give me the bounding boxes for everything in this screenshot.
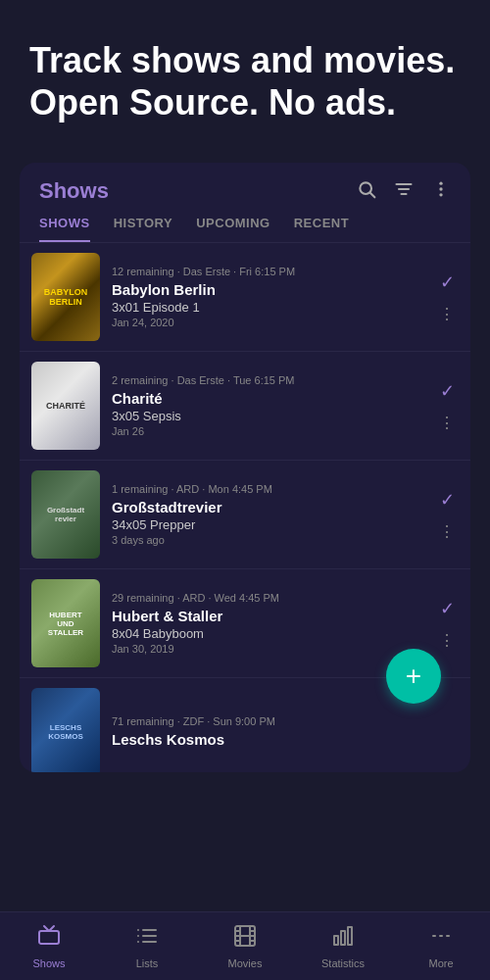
svg-rect-19 (432, 935, 436, 937)
hero-section: Track shows and movies. Open Source. No … (0, 0, 490, 153)
svg-rect-18 (348, 927, 352, 945)
show-actions: ✓ ⋮ (439, 598, 455, 650)
show-info: 29 remaining · ARD · Wed 4:45 PM Hubert … (112, 592, 431, 655)
show-name: Charité (112, 390, 431, 407)
filter-icon[interactable] (394, 179, 414, 204)
tab-recent[interactable]: RECENT (294, 216, 349, 242)
show-more-icon[interactable]: ⋮ (439, 414, 455, 432)
more-nav-icon (429, 924, 453, 954)
svg-point-5 (439, 181, 442, 184)
show-name: Babylon Berlin (112, 281, 431, 298)
tab-history[interactable]: HISTORY (114, 216, 173, 242)
list-item[interactable]: CHARITÉ 2 remaining · Das Erste · Tue 6:… (20, 352, 470, 461)
check-icon[interactable]: ✓ (440, 380, 455, 402)
show-poster: CHARITÉ (31, 362, 100, 450)
nav-item-shows[interactable]: Shows (0, 924, 98, 969)
nav-item-lists[interactable]: Lists (98, 924, 196, 969)
statistics-icon (331, 924, 355, 954)
show-more-icon[interactable]: ⋮ (439, 522, 455, 541)
svg-rect-21 (446, 935, 450, 937)
svg-point-7 (439, 193, 442, 196)
check-icon[interactable]: ✓ (440, 489, 455, 511)
check-icon[interactable]: ✓ (440, 271, 455, 293)
svg-point-6 (439, 187, 442, 190)
show-date: 3 days ago (112, 534, 431, 546)
tv-icon (37, 924, 61, 954)
nav-label-lists: Lists (136, 957, 159, 969)
list-item[interactable]: BABYLONBERLIN 12 remaining · Das Erste ·… (20, 243, 470, 352)
hero-title: Track shows and movies. Open Source. No … (29, 39, 461, 123)
show-date: Jan 26 (112, 425, 431, 437)
show-more-icon[interactable]: ⋮ (439, 631, 455, 650)
header-icons (357, 179, 451, 204)
show-info: 1 remaining · ARD · Mon 4:45 PM Großstad… (112, 483, 431, 546)
nav-label-more: More (428, 957, 453, 969)
show-meta: 71 remaining · ZDF · Sun 9:00 PM (112, 715, 447, 727)
svg-rect-8 (39, 931, 59, 944)
nav-item-movies[interactable]: Movies (196, 924, 294, 969)
show-episode: 3x05 Sepsis (112, 409, 431, 423)
list-icon (135, 924, 159, 954)
poster-image: HUBERTUNDSTALLER (31, 579, 100, 667)
poster-image: Großstadtrevier (31, 470, 100, 559)
show-info: 12 remaining · Das Erste · Fri 6:15 PM B… (112, 266, 431, 328)
add-icon: + (406, 661, 421, 692)
nav-label-statistics: Statistics (321, 957, 365, 969)
list-item[interactable]: Großstadtrevier 1 remaining · ARD · Mon … (20, 461, 470, 569)
show-poster: HUBERTUNDSTALLER (31, 579, 100, 667)
show-list-container: BABYLONBERLIN 12 remaining · Das Erste ·… (20, 243, 470, 772)
show-meta: 2 remaining · Das Erste · Tue 6:15 PM (112, 374, 431, 386)
nav-item-more[interactable]: More (392, 924, 490, 969)
poster-image: CHARITÉ (31, 362, 100, 450)
movie-icon (233, 924, 257, 954)
nav-label-movies: Movies (228, 957, 263, 969)
show-episode: 8x04 Babyboom (112, 626, 431, 641)
show-actions: ✓ ⋮ (439, 380, 455, 432)
check-icon[interactable]: ✓ (440, 598, 455, 619)
show-meta: 12 remaining · Das Erste · Fri 6:15 PM (112, 266, 431, 277)
more-options-icon[interactable] (431, 179, 451, 204)
nav-label-shows: Shows (32, 957, 65, 969)
show-date: Jan 30, 2019 (112, 643, 431, 655)
svg-rect-16 (334, 936, 338, 945)
add-fab-button[interactable]: + (386, 649, 441, 704)
poster-image: BABYLONBERLIN (31, 253, 100, 341)
nav-item-statistics[interactable]: Statistics (294, 924, 392, 969)
card-title: Shows (39, 178, 109, 204)
card-header: Shows (20, 163, 470, 204)
show-name: Hubert & Staller (112, 608, 431, 624)
poster-image: LESCHSKOSMOS (31, 688, 100, 772)
svg-line-1 (370, 193, 375, 198)
svg-rect-20 (439, 935, 443, 937)
tab-upcoming[interactable]: UPCOMING (196, 216, 270, 242)
show-date: Jan 24, 2020 (112, 317, 431, 328)
show-meta: 29 remaining · ARD · Wed 4:45 PM (112, 592, 431, 604)
show-meta: 1 remaining · ARD · Mon 4:45 PM (112, 483, 431, 495)
show-name: Großstadtrevier (112, 499, 431, 515)
show-info: 71 remaining · ZDF · Sun 9:00 PM Leschs … (112, 715, 447, 750)
app-card: Shows (20, 163, 470, 772)
search-icon[interactable] (357, 179, 376, 204)
svg-rect-17 (341, 931, 345, 945)
show-actions: ✓ ⋮ (439, 489, 455, 541)
show-more-icon[interactable]: ⋮ (439, 305, 455, 323)
show-poster: LESCHSKOSMOS (31, 688, 100, 772)
show-name: Leschs Kosmos (112, 731, 447, 748)
tab-shows[interactable]: SHOWS (39, 216, 90, 242)
show-episode: 3x01 Episode 1 (112, 300, 431, 315)
show-info: 2 remaining · Das Erste · Tue 6:15 PM Ch… (112, 374, 431, 437)
tab-bar: SHOWS HISTORY UPCOMING RECENT (20, 204, 470, 243)
bottom-nav: Shows Lists Movies (0, 911, 490, 980)
show-poster: BABYLONBERLIN (31, 253, 100, 341)
show-actions: ✓ ⋮ (439, 271, 455, 323)
show-poster: Großstadtrevier (31, 470, 100, 559)
show-episode: 34x05 Prepper (112, 517, 431, 532)
